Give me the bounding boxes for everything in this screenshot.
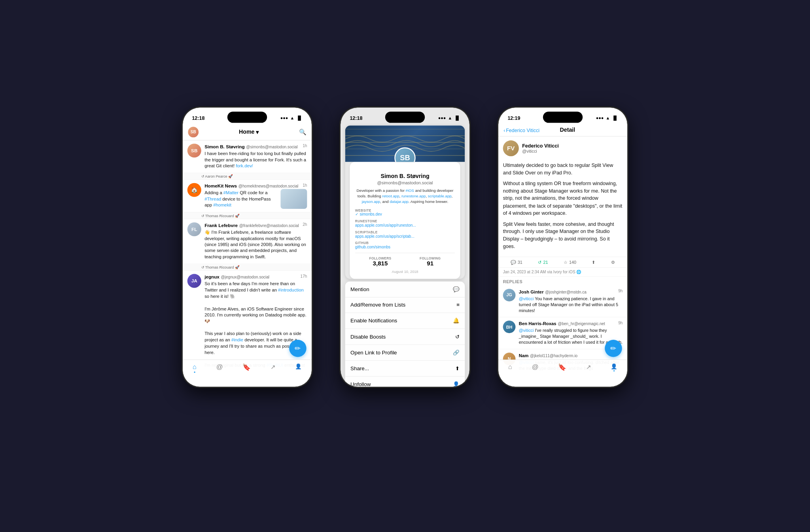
back-button[interactable]: ‹ Federico Viticci <box>503 127 539 133</box>
boost-icon: ↺ <box>455 333 460 340</box>
settings-action[interactable]: ⚙ <box>611 259 615 265</box>
nav-title[interactable]: Home ▾ <box>239 129 259 136</box>
tab-mentions-3[interactable]: @ <box>532 363 539 373</box>
share-action[interactable]: ⬆ <box>592 259 595 265</box>
lists-icon: ≡ <box>456 302 460 308</box>
reply-header-2: Ben Harris-Roxas @ben_hr@eigenmagic.net … <box>519 320 623 326</box>
tab-mentions[interactable]: @ <box>216 363 223 373</box>
menu-add-remove-lists[interactable]: Add/Remove from Lists ≡ <box>345 297 465 312</box>
author-info: Federico Viticci @viticci <box>522 143 558 153</box>
boost-action[interactable]: ↺ 21 <box>538 259 548 265</box>
tab-bookmarks-3[interactable]: 🔖 <box>558 363 566 373</box>
mention-icon: 💬 <box>453 286 460 292</box>
wifi-icon-2: ▲ <box>448 115 452 120</box>
menu-enable-notifications[interactable]: Enable Notifications 🔔 <box>345 313 465 329</box>
status-icons-3: ●●● ▲ ▐▌ <box>596 115 618 120</box>
phones-container: 12:18 ●●● ▲ ▐▌ SB Home ▾ 🔍 SB <box>174 108 636 425</box>
avatar-josh: JG <box>503 288 516 301</box>
following-value: 91 <box>420 260 441 267</box>
tab-following-3[interactable]: ↗ <box>586 363 591 372</box>
feed-item-3[interactable]: FL Frank Lefebvre @franklefebvre@mastodo… <box>183 218 312 264</box>
reply-header-1: Josh Ginter @joshginter@mstdn.ca 9h <box>519 288 623 294</box>
github-link: GITHUB github.com/simonbs <box>355 241 455 249</box>
scriptable-label: SCRIPTABLE <box>355 230 455 234</box>
link-icon: 🔗 <box>453 349 460 356</box>
avatar-jegnux: JA <box>187 274 201 288</box>
reply-content-2: Ben Harris-Roxas @ben_hr@eigenmagic.net … <box>519 320 623 345</box>
feed-text-3: 👋 I'm Frank Lefebvre, a freelance softwa… <box>204 229 307 260</box>
avatar-frank: FL <box>187 222 201 236</box>
post-timestamp: Jan 24, 2023 at 2:34 AM via Ivory for iO… <box>503 269 575 274</box>
reply-name-2: Ben Harris-Roxas <box>519 321 556 326</box>
notification-icon: 🔔 <box>453 317 460 324</box>
share-icon: ⬆ <box>455 365 460 371</box>
reply-content-1: Josh Ginter @joshginter@mstdn.ca 9h @vit… <box>519 288 623 313</box>
status-time-1: 12:18 <box>192 115 204 120</box>
post-actions: 💬 31 ↺ 21 ☆ 140 ⬆ ⚙ <box>498 257 627 267</box>
scriptable-value[interactable]: apps.apple.com/us/app/scriptab... <box>355 234 455 239</box>
star-icon: ☆ <box>564 259 568 265</box>
profile-stats: FOLLOWERS 3,815 FOLLOWING 91 <box>355 253 455 267</box>
github-value[interactable]: github.com/simonbs <box>355 245 455 250</box>
boost-count: 21 <box>543 259 548 265</box>
tab-bookmarks[interactable]: 🔖 <box>242 363 251 373</box>
share-icon-post: ⬆ <box>592 259 595 265</box>
runestone-value[interactable]: apps.apple.com/us/app/runeston... <box>355 223 455 227</box>
fav-action[interactable]: ☆ 140 <box>564 259 576 265</box>
tab-profile-3[interactable]: 👤 <box>611 363 617 371</box>
disable-boosts-label: Disable Boosts <box>350 333 386 339</box>
detail-nav: ‹ Federico Viticci Detail <box>498 125 627 136</box>
user-avatar[interactable]: SB <box>188 127 199 137</box>
status-time-3: 12:19 <box>507 115 520 120</box>
tab-home-3[interactable]: ⌂ <box>508 363 512 373</box>
post-paragraph-2: Without a tiling system OR true freeform… <box>503 180 623 217</box>
feed-text-4: So it's been a few days I'm more here th… <box>204 281 307 368</box>
mention-label: Mention <box>350 286 369 292</box>
feed-item-2[interactable]: 🏠 HomeKit News @homekitnews@mastodon.soc… <box>183 179 312 212</box>
reply-count: 31 <box>518 259 522 265</box>
menu-disable-boosts[interactable]: Disable Boosts ↺ <box>345 329 465 345</box>
github-label: GITHUB <box>355 241 455 244</box>
feed-time-1: 1h <box>303 144 307 148</box>
reply-icon: 💬 <box>511 259 516 265</box>
post-meta: Jan 24, 2023 at 2:34 AM via Ivory for iO… <box>498 267 627 276</box>
menu-unfollow[interactable]: Unfollow 👤 <box>345 376 465 386</box>
reply-handle-3: @jkelol111@hachyderm.io <box>530 353 577 358</box>
tab-following[interactable]: ↗ <box>271 363 276 372</box>
post-author[interactable]: FV Federico Viticci @viticci <box>498 136 627 160</box>
reply-handle-1: @joshginter@mstdn.ca <box>545 290 587 294</box>
compose-fab[interactable]: ✏ <box>289 339 306 356</box>
feed-link-1[interactable]: fork.dev/ <box>236 163 253 168</box>
following-label: FOLLOWING <box>420 256 441 260</box>
enable-notifications-label: Enable Notifications <box>350 318 397 324</box>
checkmark-icon: ✓ <box>355 212 358 217</box>
status-icons-1: ●●● ▲ ▐▌ <box>280 115 303 120</box>
feed-item-boost-2: ↺ Thomas Ricouard 🚀 <box>183 212 312 218</box>
feed-item-1[interactable]: SB Simon B. Støvring @simonbs@mastodon.s… <box>183 140 312 172</box>
author-name: Federico Viticci <box>522 143 558 148</box>
status-time-2: 12:18 <box>350 115 362 120</box>
menu-mention[interactable]: Mention 💬 <box>345 281 465 297</box>
profile-date: August 10, 2018 <box>355 269 455 273</box>
tab-home[interactable]: ⌂ <box>193 363 197 373</box>
search-icon[interactable]: 🔍 <box>299 128 306 135</box>
reply-action[interactable]: 💬 31 <box>511 259 522 265</box>
reply-name-3: Nam <box>519 353 528 358</box>
menu-share[interactable]: Share... ⬆ <box>345 360 465 376</box>
status-icons-2: ●●● ▲ ▐▌ <box>438 115 460 120</box>
feed-text-1: I have been free-riding for too long but… <box>204 150 307 169</box>
website-value[interactable]: ✓ simonbs.dev <box>355 212 455 217</box>
compose-fab-detail[interactable]: ✏ <box>605 339 622 356</box>
add-remove-lists-label: Add/Remove from Lists <box>350 302 405 308</box>
menu-open-link-profile[interactable]: Open Link to Profile 🔗 <box>345 345 465 360</box>
reply-time-1: 9h <box>618 288 623 294</box>
home-icon: ⌂ <box>193 363 197 371</box>
followers-label: FOLLOWERS <box>369 256 392 260</box>
tab-profile[interactable]: 👤 <box>295 363 302 371</box>
feed-time-2: 1h <box>303 183 307 187</box>
reply-1[interactable]: JG Josh Ginter @joshginter@mstdn.ca 9h @… <box>498 285 627 317</box>
mentions-icon: @ <box>216 363 223 371</box>
feed-scroll[interactable]: SB Simon B. Støvring @simonbs@mastodon.s… <box>183 140 312 368</box>
feed-handle-4: @jegnux@mastodon.social <box>221 275 269 280</box>
profile-links: WEBSITE ✓ simonbs.dev RUNESTONE apps.app… <box>355 208 455 250</box>
